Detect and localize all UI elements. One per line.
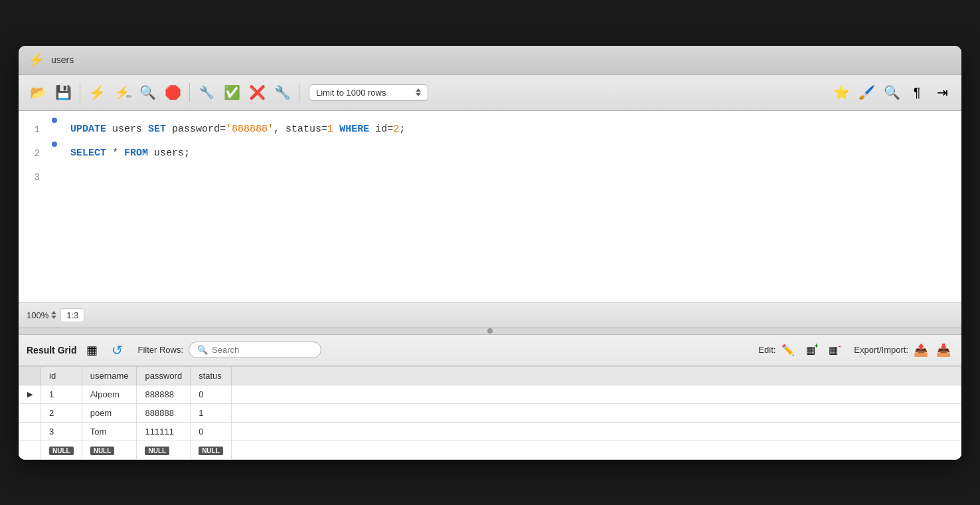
main-toolbar: 📂 💾 ⚡ ⚡✏ 🔍 🛑 🔧 ✅ ❌ 🔧 Limit to 1000 rows <box>19 75 961 111</box>
edit-row-button[interactable]: ✏️ <box>778 340 798 360</box>
scroll-dot <box>487 328 493 334</box>
result-grid-icon-button[interactable]: ▦ <box>82 340 102 360</box>
row-indicator-1: ▶ <box>19 385 41 403</box>
result-toolbar: Result Grid ▦ ↺ Filter Rows: 🔍 Edit: ✏️ … <box>19 335 961 366</box>
cell-extra-1 <box>231 385 961 403</box>
col-header-id[interactable]: id <box>41 366 82 385</box>
query-stats-button[interactable]: 🔧 <box>195 81 218 104</box>
cell-extra-3 <box>231 422 961 441</box>
main-window: ⚡ users 📂 💾 ⚡ ⚡✏ 🔍 🛑 🔧 ✅ ❌ 🔧 Limit to 10… <box>19 46 961 460</box>
import-button[interactable]: 📥 <box>934 340 953 360</box>
cell-username-null[interactable]: NULL <box>82 441 137 459</box>
export-label: Export/Import: <box>854 345 908 355</box>
code-line-2: 2 SELECT * FROM users; <box>19 142 961 165</box>
table-row[interactable]: 2 poem 888888 1 <box>19 403 961 422</box>
null-badge-id: NULL <box>49 447 74 455</box>
scroll-indicator <box>19 328 961 335</box>
cell-id-1[interactable]: 1 <box>41 385 82 403</box>
data-table: id username password status ▶ 1 Alpoem 8… <box>19 366 961 460</box>
cursor-position: 1:3 <box>60 308 84 322</box>
toolbar-right: ⭐ 🖌️ 🔍 ¶ ⇥ <box>830 81 953 104</box>
table-row[interactable]: 3 Tom 111111 0 <box>19 422 961 441</box>
row-indicator-3 <box>19 422 41 441</box>
line-content-2: SELECT * FROM users; <box>60 142 961 165</box>
cancel-button[interactable]: ❌ <box>246 81 268 104</box>
cell-status-null[interactable]: NULL <box>191 441 232 459</box>
col-header-password[interactable]: password <box>137 366 191 385</box>
open-folder-button[interactable]: 📂 <box>27 81 49 104</box>
row-indicator-null <box>19 441 41 459</box>
cell-id-null[interactable]: NULL <box>41 441 82 459</box>
row-indicator-2 <box>19 403 41 422</box>
indent-button[interactable]: ⇥ <box>931 81 953 104</box>
table-body: ▶ 1 Alpoem 888888 0 2 poem 888888 1 <box>19 385 961 459</box>
header-row: id username password status <box>19 366 961 385</box>
inspect-button[interactable]: 🔧 <box>271 81 293 104</box>
cell-username-3[interactable]: Tom <box>82 422 137 441</box>
result-section: Result Grid ▦ ↺ Filter Rows: 🔍 Edit: ✏️ … <box>19 335 961 460</box>
stop-button[interactable]: 🛑 <box>161 81 184 104</box>
cell-username-2[interactable]: poem <box>82 403 137 422</box>
col-header-status[interactable]: status <box>191 366 232 385</box>
app-icon: ⚡ <box>28 52 44 68</box>
separator-2 <box>189 83 190 102</box>
cell-status-1[interactable]: 0 <box>191 385 232 403</box>
limit-arrows <box>416 88 421 96</box>
col-header-extra <box>231 366 961 385</box>
export-button[interactable]: 📤 <box>911 340 931 360</box>
explain-button[interactable]: 🔍 <box>136 81 159 104</box>
cell-id-3[interactable]: 3 <box>41 422 82 441</box>
line-number-2: 2 <box>19 142 49 165</box>
cell-extra-2 <box>231 403 961 422</box>
result-refresh-button[interactable]: ↺ <box>107 340 127 360</box>
cell-username-1[interactable]: Alpoem <box>82 385 137 403</box>
tab-title[interactable]: users <box>51 54 74 65</box>
null-badge-status: NULL <box>199 447 223 455</box>
sql-editor[interactable]: 1 UPDATE users SET password='888888', st… <box>19 111 961 303</box>
add-favorite-button[interactable]: ⭐ <box>830 81 853 104</box>
cell-status-3[interactable]: 0 <box>191 422 232 441</box>
find-button[interactable]: 🔍 <box>880 81 903 104</box>
search-icon: 🔍 <box>197 345 208 355</box>
table-row-null[interactable]: NULL NULL NULL NULL <box>19 441 961 459</box>
save-button[interactable]: 💾 <box>52 81 74 104</box>
null-badge-password: NULL <box>145 447 169 455</box>
table-row[interactable]: ▶ 1 Alpoem 888888 0 <box>19 385 961 403</box>
status-bar: 100% 1:3 <box>19 303 961 328</box>
line-number-3: 3 <box>19 165 49 189</box>
delete-row-button[interactable]: ▦- <box>823 340 843 360</box>
row-indicator-header <box>19 366 41 385</box>
show-whitespace-button[interactable]: ¶ <box>906 81 928 104</box>
check-button[interactable]: ✅ <box>220 81 243 104</box>
null-badge-username: NULL <box>90 447 115 455</box>
beautify-button[interactable]: 🖌️ <box>855 81 878 104</box>
filter-label: Filter Rows: <box>137 345 183 355</box>
table-header: id username password status <box>19 366 961 385</box>
cell-password-1[interactable]: 888888 <box>137 385 191 403</box>
zoom-control[interactable]: 100% <box>27 310 56 320</box>
cell-status-2[interactable]: 1 <box>191 403 232 422</box>
data-table-container: id username password status ▶ 1 Alpoem 8… <box>19 366 961 460</box>
zoom-arrows[interactable] <box>51 311 56 319</box>
result-grid-title: Result Grid <box>27 345 76 355</box>
cell-password-2[interactable]: 888888 <box>137 403 191 422</box>
zoom-value: 100% <box>27 310 48 320</box>
limit-rows-select[interactable]: Limit to 1000 rows <box>309 84 428 101</box>
cell-password-null[interactable]: NULL <box>137 441 191 459</box>
cell-password-3[interactable]: 111111 <box>137 422 191 441</box>
code-line-3: 3 <box>19 165 961 189</box>
result-toolbar-right: Edit: ✏️ ▦+ ▦- Export/Import: 📤 📥 <box>750 340 953 360</box>
edit-label: Edit: <box>758 345 776 355</box>
search-box[interactable]: 🔍 <box>189 342 321 358</box>
limit-rows-label: Limit to 1000 rows <box>316 88 386 98</box>
add-row-button[interactable]: ▦+ <box>801 340 821 360</box>
cell-extra-null <box>231 441 961 459</box>
line-number-1: 1 <box>19 118 49 142</box>
col-header-username[interactable]: username <box>82 366 137 385</box>
editor-empty-space[interactable] <box>19 189 961 296</box>
execute-current-button[interactable]: ⚡✏ <box>111 81 133 104</box>
cell-id-2[interactable]: 2 <box>41 403 82 422</box>
code-line-1: 1 UPDATE users SET password='888888', st… <box>19 118 961 142</box>
execute-button[interactable]: ⚡ <box>86 81 108 104</box>
search-input[interactable] <box>212 345 313 355</box>
